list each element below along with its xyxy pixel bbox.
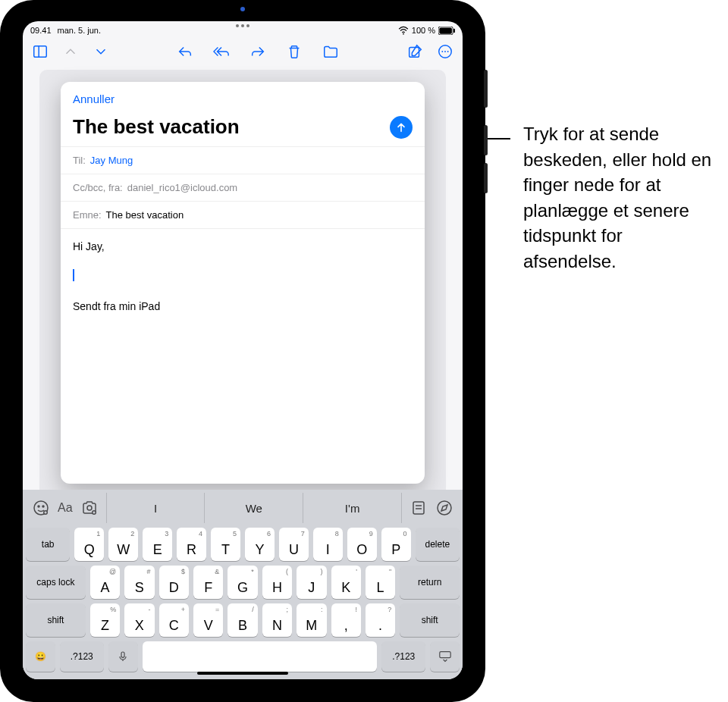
scan-icon[interactable] <box>410 499 428 517</box>
battery-icon <box>438 27 455 35</box>
reply-icon[interactable] <box>177 43 193 60</box>
key-d[interactable]: D$ <box>159 566 189 599</box>
shift-key-left[interactable]: shift <box>26 603 86 637</box>
folder-icon[interactable] <box>322 43 339 60</box>
pred-word-1[interactable]: I <box>107 493 206 523</box>
key-j[interactable]: J) <box>297 566 326 599</box>
key-t[interactable]: T5 <box>211 528 240 561</box>
return-key[interactable]: return <box>400 566 460 599</box>
key-,[interactable]: ,! <box>331 603 361 637</box>
tab-key[interactable]: tab <box>26 528 70 561</box>
pred-word-3[interactable]: I'm <box>303 493 401 523</box>
svg-rect-21 <box>121 652 124 657</box>
svg-point-10 <box>447 51 449 52</box>
key-k[interactable]: K' <box>331 566 361 599</box>
forward-icon[interactable] <box>249 43 266 60</box>
key-a[interactable]: A@ <box>90 566 120 599</box>
numbers-key-left[interactable]: .?123 <box>60 641 104 672</box>
trash-icon[interactable] <box>286 43 303 60</box>
compose-title: The best vacation <box>73 115 240 139</box>
to-value[interactable]: Jay Mung <box>90 155 133 166</box>
key-b[interactable]: B/ <box>228 603 257 637</box>
key-v[interactable]: V= <box>193 603 223 637</box>
keyboard-down-icon <box>438 650 453 663</box>
numbers-key-right[interactable]: .?123 <box>381 641 425 672</box>
chevron-up-icon[interactable] <box>62 43 79 60</box>
key-m[interactable]: M: <box>297 603 326 637</box>
multitask-dots[interactable] <box>236 24 249 27</box>
cc-field[interactable]: Cc/bcc, fra: daniel_rico1@icloud.com <box>61 174 425 201</box>
pred-word-2[interactable]: We <box>205 493 303 523</box>
svg-rect-17 <box>413 502 424 514</box>
svg-point-12 <box>38 506 39 507</box>
more-icon[interactable] <box>437 43 453 60</box>
svg-point-9 <box>444 51 446 52</box>
arrow-up-icon <box>395 121 407 133</box>
key-h[interactable]: H( <box>262 566 292 599</box>
cc-label: Cc/bcc, fra: <box>73 182 123 193</box>
key-w[interactable]: W2 <box>108 528 138 561</box>
key-z[interactable]: Z% <box>90 603 120 637</box>
camera-icon[interactable] <box>80 499 99 517</box>
chevron-down-icon[interactable] <box>93 43 109 60</box>
key-.[interactable]: .? <box>366 603 395 637</box>
power-button[interactable] <box>484 70 488 108</box>
key-c[interactable]: C+ <box>159 603 189 637</box>
ipad-frame: 09.41 man. 5. jun. 100 % <box>0 0 485 702</box>
key-u[interactable]: U7 <box>279 528 309 561</box>
shift-key-right[interactable]: shift <box>400 603 460 637</box>
svg-point-15 <box>87 506 92 510</box>
subject-label: Emne: <box>73 209 102 221</box>
compose-modal: Annuller The best vacation Til: Jay Mung… <box>61 82 425 484</box>
body-greeting: Hi Jay, <box>73 238 413 255</box>
key-l[interactable]: L" <box>366 566 395 599</box>
text-cursor <box>73 269 74 281</box>
mail-toolbar <box>23 36 463 67</box>
key-o[interactable]: O9 <box>347 528 377 561</box>
key-n[interactable]: N; <box>262 603 292 637</box>
dismiss-keyboard-key[interactable] <box>430 641 460 672</box>
key-q[interactable]: Q1 <box>74 528 104 561</box>
svg-point-0 <box>403 33 404 35</box>
key-y[interactable]: Y6 <box>245 528 275 561</box>
front-camera <box>240 7 245 11</box>
screen: 09.41 man. 5. jun. 100 % <box>23 21 463 679</box>
key-p[interactable]: P0 <box>381 528 411 561</box>
key-r[interactable]: R4 <box>177 528 206 561</box>
key-g[interactable]: G* <box>228 566 257 599</box>
to-field[interactable]: Til: Jay Mung <box>61 146 425 174</box>
format-icon[interactable]: Aa <box>58 501 73 515</box>
markup-icon[interactable] <box>435 499 453 517</box>
to-label: Til: <box>73 155 86 166</box>
svg-point-13 <box>42 506 44 507</box>
key-x[interactable]: X- <box>124 603 154 637</box>
key-s[interactable]: S# <box>124 566 154 599</box>
space-key[interactable] <box>143 641 378 672</box>
compose-body[interactable]: Hi Jay, Sendt fra min iPad <box>61 228 425 484</box>
cancel-button[interactable]: Annuller <box>73 92 115 105</box>
battery-label: 100 % <box>412 26 435 35</box>
reply-all-icon[interactable] <box>213 43 230 60</box>
sticker-icon[interactable] <box>32 499 50 517</box>
key-i[interactable]: I8 <box>313 528 343 561</box>
mic-key[interactable] <box>108 641 138 672</box>
compose-icon[interactable] <box>406 43 423 60</box>
emoji-key[interactable]: 😀 <box>26 641 55 672</box>
send-button[interactable] <box>390 116 413 139</box>
key-f[interactable]: F& <box>193 566 223 599</box>
home-indicator[interactable] <box>197 672 288 675</box>
svg-rect-2 <box>439 27 452 33</box>
delete-key[interactable]: delete <box>416 528 460 561</box>
cc-value: daniel_rico1@icloud.com <box>127 182 237 193</box>
predictive-bar: Aa I We I'm <box>26 493 460 523</box>
subject-field[interactable]: Emne: The best vacation <box>61 201 425 228</box>
mic-icon <box>117 650 129 663</box>
volume-up-button[interactable] <box>484 125 488 155</box>
svg-rect-4 <box>34 46 47 58</box>
sidebar-toggle-icon[interactable] <box>32 43 49 60</box>
key-e[interactable]: E3 <box>143 528 172 561</box>
capslock-key[interactable]: caps lock <box>26 566 86 599</box>
status-date: man. 5. jun. <box>58 26 101 35</box>
svg-rect-3 <box>453 28 455 33</box>
volume-down-button[interactable] <box>484 163 488 193</box>
